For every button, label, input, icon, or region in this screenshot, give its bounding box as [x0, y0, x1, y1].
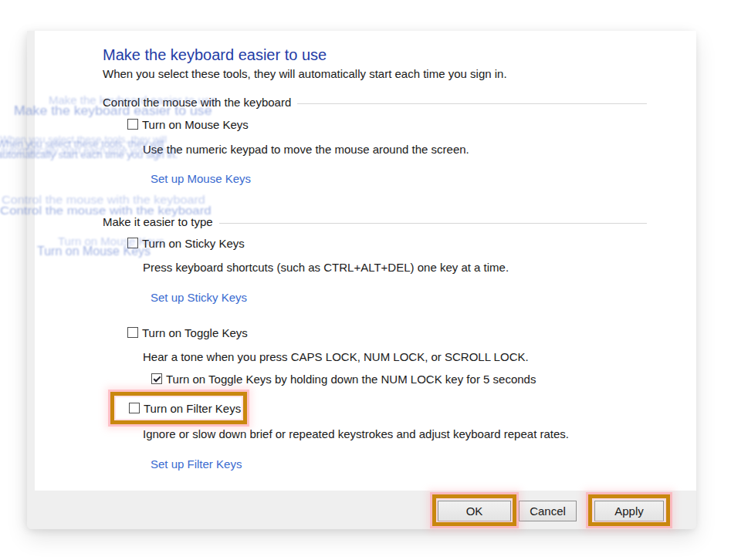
group-header-type-label: Make it easier to type	[103, 215, 213, 228]
page-title: Make the keyboard easier to use	[103, 46, 327, 64]
filter-keys-row: Turn on Filter Keys	[129, 402, 241, 415]
mouse-keys-checkbox[interactable]	[127, 119, 138, 130]
group-separator-line	[297, 103, 647, 104]
toggle-keys-row: Turn on Toggle Keys	[127, 326, 248, 339]
filter-keys-label[interactable]: Turn on Filter Keys	[144, 402, 241, 415]
ease-of-access-window: Make the keyboard easier to use When you…	[27, 31, 696, 529]
toggle-keys-numlock-checkbox[interactable]	[151, 373, 162, 384]
apply-button[interactable]: Apply	[594, 501, 664, 521]
sticky-keys-checkbox[interactable]	[127, 238, 138, 248]
sticky-keys-label[interactable]: Turn on Sticky Keys	[142, 237, 245, 250]
group-separator-line	[219, 223, 647, 224]
filter-keys-checkbox[interactable]	[129, 403, 140, 413]
dialog-button-bar: OK Cancel Apply	[27, 491, 696, 529]
toggle-keys-numlock-label[interactable]: Turn on Toggle Keys by holding down the …	[166, 373, 536, 386]
page-subtitle: When you select these tools, they will a…	[103, 67, 507, 80]
cancel-button[interactable]: Cancel	[519, 501, 577, 521]
filter-keys-description: Ignore or slow down brief or repeated ke…	[143, 427, 569, 440]
toggle-keys-label[interactable]: Turn on Toggle Keys	[142, 326, 248, 339]
group-header-type: Make it easier to type	[103, 215, 647, 228]
mouse-keys-label[interactable]: Turn on Mouse Keys	[142, 118, 249, 131]
settings-content-panel: Make the keyboard easier to use When you…	[35, 31, 696, 491]
toggle-keys-description: Hear a tone when you press CAPS LOCK, NU…	[143, 350, 529, 363]
sticky-keys-row: Turn on Sticky Keys	[127, 237, 245, 250]
group-header-mouse-label: Control the mouse with the keyboard	[103, 96, 291, 109]
ok-button[interactable]: OK	[438, 501, 511, 521]
setup-mouse-keys-link[interactable]: Set up Mouse Keys	[151, 172, 251, 185]
setup-sticky-keys-link[interactable]: Set up Sticky Keys	[151, 291, 247, 304]
toggle-keys-checkbox[interactable]	[127, 327, 138, 338]
setup-filter-keys-link[interactable]: Set up Filter Keys	[151, 457, 242, 471]
screen: Make the keyboard easier to use When you…	[0, 0, 731, 560]
group-header-mouse: Control the mouse with the keyboard	[103, 96, 647, 109]
mouse-keys-description: Use the numeric keypad to move the mouse…	[143, 143, 469, 156]
sticky-keys-description: Press keyboard shortcuts (such as CTRL+A…	[143, 261, 509, 274]
mouse-keys-row: Turn on Mouse Keys	[127, 118, 249, 131]
toggle-keys-numlock-row: Turn on Toggle Keys by holding down the …	[151, 373, 536, 386]
